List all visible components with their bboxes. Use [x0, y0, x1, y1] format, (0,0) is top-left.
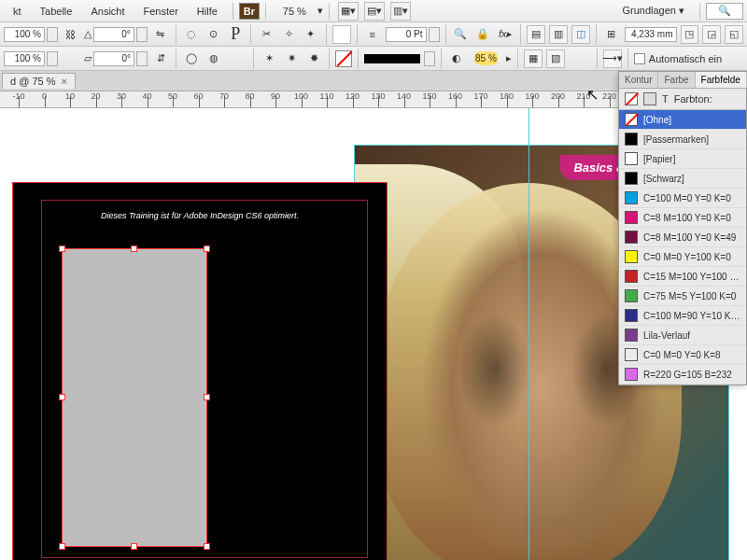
opacity-field[interactable]: 85 %: [470, 51, 502, 65]
swatch-list: [Ohne][Passermarken][Papier][Schwarz]C=1…: [619, 110, 746, 385]
handle-tc[interactable]: [131, 245, 137, 252]
menu-kt[interactable]: kt: [4, 6, 31, 17]
handle-tr[interactable]: [204, 245, 210, 252]
handle-bl[interactable]: [59, 543, 65, 550]
fx-icon[interactable]: fx▸: [496, 25, 514, 44]
close-icon[interactable]: ×: [61, 76, 66, 87]
fill-indicator-icon[interactable]: [625, 92, 638, 105]
flip-h-icon[interactable]: ⇋: [151, 25, 170, 44]
swatch-name: C=8 M=100 Y=0 K=49: [643, 232, 736, 243]
stroke-style[interactable]: [364, 54, 420, 63]
swatch-row[interactable]: [Schwarz]: [619, 169, 746, 189]
tab-kontur[interactable]: Kontur: [619, 72, 658, 88]
swatch-row[interactable]: R=220 G=105 B=232: [619, 365, 746, 385]
document-tab-label: d @ 75 %: [10, 76, 55, 87]
auto-checkbox[interactable]: [634, 53, 645, 64]
pf5-icon[interactable]: ✷: [282, 49, 301, 68]
swatch-row[interactable]: Lila-Verlauf: [619, 326, 746, 345]
text-target-icon[interactable]: T: [662, 93, 669, 105]
swatch-name: C=0 M=0 Y=100 K=0: [643, 252, 731, 262]
dotted-circle-icon[interactable]: ⊙: [204, 25, 223, 44]
link-scale-icon[interactable]: ⛓: [62, 25, 80, 44]
pathfinder-2-icon[interactable]: ✧: [279, 25, 298, 44]
swatch-row[interactable]: C=100 M=0 Y=0 K=0: [619, 189, 746, 208]
view-mode-1-icon[interactable]: ▦▾: [338, 2, 359, 21]
swatch-chip-icon: [625, 270, 638, 283]
pf6-icon[interactable]: ✸: [304, 49, 323, 68]
opacity-icon: ◐: [447, 49, 466, 68]
swatch-row[interactable]: C=0 M=0 Y=100 K=0: [619, 247, 746, 267]
zoom-icon[interactable]: 🔍: [452, 25, 471, 44]
swatch-name: C=15 M=100 Y=100 K=0: [643, 272, 740, 282]
fill-swatch[interactable]: [332, 25, 351, 44]
bridge-icon[interactable]: Br: [239, 3, 260, 20]
stroke-swatch-none[interactable]: [335, 50, 352, 67]
image-frame[interactable]: [62, 248, 207, 547]
menu-fenster[interactable]: Fenster: [134, 6, 188, 17]
left-caption[interactable]: Dieses Training ist für Adobe InDesign C…: [13, 211, 387, 220]
scale-x-field[interactable]: [4, 27, 58, 42]
align-center-icon[interactable]: ▥: [549, 25, 568, 44]
opacity-slider-icon[interactable]: ▸: [506, 52, 512, 64]
document-tab[interactable]: d @ 75 % ×: [2, 73, 76, 89]
swatch-row[interactable]: C=8 M=100 Y=0 K=49: [619, 228, 746, 247]
search-icon[interactable]: 🔍: [706, 3, 743, 20]
swatch-chip-icon: [625, 172, 638, 185]
corner-2-icon[interactable]: ◲: [702, 25, 721, 44]
swatches-panel[interactable]: Kontur Farbe Farbfelde T Farbton: [Ohne]…: [618, 71, 747, 385]
stroke-weight-field[interactable]: [386, 27, 440, 42]
width-field[interactable]: [625, 27, 677, 42]
stroke-weight-icon: ≡: [363, 25, 382, 44]
paragraph-icon[interactable]: P: [226, 25, 245, 44]
swatch-row[interactable]: C=75 M=5 Y=100 K=0: [619, 287, 746, 306]
view-mode-2-icon[interactable]: ▤▾: [364, 2, 385, 21]
frame-fit-icon[interactable]: ◫: [571, 25, 590, 44]
pathfinder-3-icon[interactable]: ✦: [302, 25, 320, 44]
menu-tabelle[interactable]: Tabelle: [31, 6, 82, 17]
lock-icon[interactable]: 🔒: [473, 25, 492, 44]
oval-icon[interactable]: ◯: [182, 49, 201, 68]
handle-br[interactable]: [204, 543, 210, 550]
handle-bc[interactable]: [131, 543, 137, 550]
handle-mr[interactable]: [204, 394, 210, 400]
swatch-row[interactable]: [Ohne]: [619, 110, 746, 130]
workspace-switcher[interactable]: Grundlagen ▾: [613, 5, 694, 17]
arrow-end-icon[interactable]: ⟶▾: [603, 49, 622, 68]
swatch-row[interactable]: C=8 M=100 Y=0 K=0: [619, 208, 746, 228]
menu-hilfe[interactable]: Hilfe: [188, 6, 227, 17]
shear-field[interactable]: ▱: [84, 51, 148, 66]
pf4-icon[interactable]: ✶: [260, 49, 278, 68]
left-page[interactable]: Dieses Training ist für Adobe InDesign C…: [13, 183, 387, 560]
swatch-row[interactable]: [Papier]: [619, 149, 746, 169]
zoom-level[interactable]: 75 %: [283, 6, 306, 17]
rotate-field[interactable]: △: [84, 27, 148, 42]
oval2-icon[interactable]: ◍: [204, 49, 223, 68]
stroke-indicator-icon[interactable]: [643, 92, 656, 105]
textwrap-2-icon[interactable]: ▧: [546, 49, 565, 68]
swatch-name: C=75 M=5 Y=100 K=0: [643, 291, 736, 301]
tint-label: Farbton:: [674, 93, 712, 105]
flip-v-icon[interactable]: ⇵: [151, 49, 170, 68]
menu-ansicht[interactable]: Ansicht: [81, 6, 134, 17]
corner-3-icon[interactable]: ◱: [725, 25, 743, 44]
menu-bar: kt Tabelle Ansicht Fenster Hilfe Br 75 %…: [0, 0, 747, 22]
guide-vertical[interactable]: [529, 108, 529, 560]
tab-farbfelder[interactable]: Farbfelde: [696, 72, 747, 88]
swatch-row[interactable]: [Passermarken]: [619, 130, 746, 149]
tab-farbe[interactable]: Farbe: [658, 72, 695, 88]
scale-y-field[interactable]: [4, 51, 58, 66]
handle-ml[interactable]: [59, 394, 65, 400]
dashed-circle-icon[interactable]: ◌: [182, 25, 201, 44]
stroke-style-dd[interactable]: [424, 51, 435, 66]
pathfinder-1-icon[interactable]: ✂: [257, 25, 275, 44]
handle-tl[interactable]: [59, 245, 65, 252]
view-mode-3-icon[interactable]: ▥▾: [390, 2, 411, 21]
swatch-chip-icon: [625, 250, 638, 263]
swatch-row[interactable]: C=100 M=90 Y=10 K=0: [619, 306, 746, 326]
chevron-down-icon[interactable]: ▾: [317, 5, 323, 17]
corner-1-icon[interactable]: ◳: [681, 25, 699, 44]
swatch-row[interactable]: C=0 M=0 Y=0 K=8: [619, 345, 746, 365]
align-left-icon[interactable]: ▤: [527, 25, 545, 44]
textwrap-1-icon[interactable]: ▦: [524, 49, 543, 68]
swatch-row[interactable]: C=15 M=100 Y=100 K=0: [619, 267, 746, 287]
